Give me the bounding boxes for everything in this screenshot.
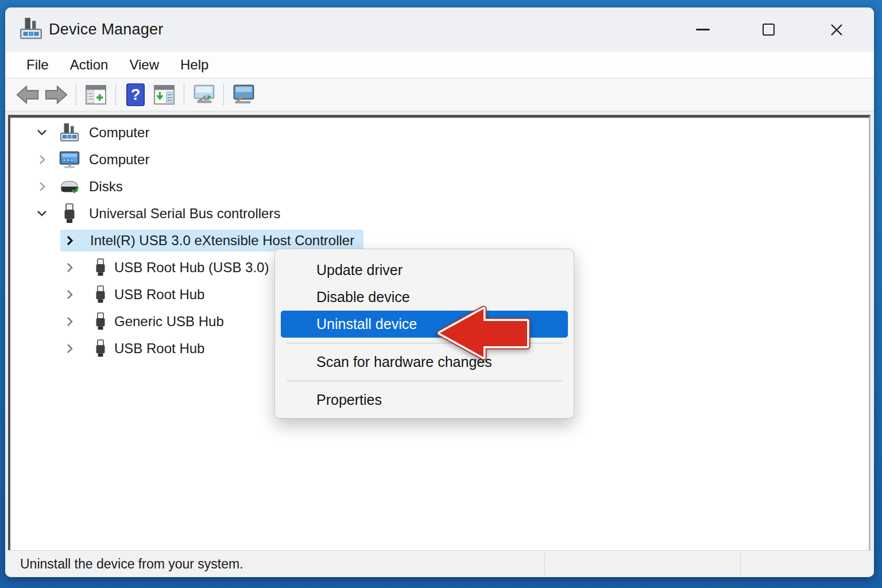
device-manager-app-icon	[19, 16, 43, 41]
menu-view[interactable]: View	[129, 57, 159, 73]
menu-help[interactable]: Help	[180, 57, 208, 73]
update-driver-monitor-icon	[231, 84, 256, 106]
context-menu-item-properties[interactable]: Properties	[281, 386, 568, 413]
scan-hardware-button[interactable]	[191, 82, 216, 108]
chevron-down-icon[interactable]	[34, 206, 49, 221]
menu-action[interactable]: Action	[70, 57, 109, 73]
red-arrow-pointing-left-icon	[431, 297, 534, 365]
update-driver-button[interactable]	[231, 82, 256, 108]
window-title: Device Manager	[49, 7, 163, 52]
chevron-right-icon[interactable]	[62, 233, 77, 248]
device-manager-window: Device Manager File Action View Help	[5, 7, 874, 577]
computer-tower-icon	[58, 122, 81, 144]
export-list-button[interactable]	[152, 82, 177, 108]
status-text: Uninstall the device from your system.	[20, 556, 243, 572]
desktop-backdrop: Device Manager File Action View Help	[0, 0, 882, 588]
context-menu-item-update-driver[interactable]: Update driver	[281, 257, 568, 284]
scan-hardware-monitor-icon	[192, 84, 216, 106]
close-icon	[830, 23, 844, 37]
tree-item-disks[interactable]: Disks	[10, 173, 869, 200]
menu-file[interactable]: File	[26, 57, 49, 73]
usb-plug-icon	[91, 311, 110, 332]
forward-button[interactable]	[44, 82, 69, 108]
toolbar-separator	[76, 84, 76, 106]
export-list-icon	[153, 84, 175, 105]
tree-item-usb-controllers[interactable]: Universal Serial Bus controllers	[10, 200, 869, 227]
toolbar-separator	[223, 84, 224, 106]
chevron-right-icon[interactable]	[62, 314, 77, 329]
chevron-right-icon[interactable]	[62, 260, 77, 275]
chevron-right-icon[interactable]	[34, 152, 49, 167]
close-button[interactable]	[819, 7, 854, 52]
tree-item-label: USB Root Hub	[114, 287, 204, 303]
monitor-icon	[58, 149, 81, 171]
tree-item-label: Computer	[89, 152, 149, 168]
help-icon: ?	[126, 83, 145, 106]
usb-plug-icon	[91, 284, 110, 305]
chevron-down-icon[interactable]	[34, 125, 49, 140]
status-bar-separator	[740, 552, 741, 575]
minimize-button[interactable]	[686, 7, 720, 52]
tree-item-label: Universal Serial Bus controllers	[89, 206, 280, 222]
help-button[interactable]: ?	[123, 82, 148, 108]
tree-item-label: USB Root Hub (USB 3.0)	[114, 260, 269, 276]
tree-item-label: USB Root Hub	[114, 341, 204, 357]
disk-icon	[58, 176, 81, 198]
maximize-icon	[763, 24, 775, 36]
status-bar-separator	[544, 552, 545, 575]
chevron-right-icon[interactable]	[34, 179, 49, 194]
console-tree-icon	[85, 84, 107, 105]
tree-item-label: Computer	[89, 125, 149, 141]
tree-item-label: Intel(R) USB 3.0 eXtensible Host Control…	[90, 233, 354, 249]
minimize-icon	[696, 29, 710, 30]
svg-text:?: ?	[131, 86, 141, 103]
toolbar: ?	[5, 79, 874, 111]
selection-highlight: Intel(R) USB 3.0 eXtensible Host Control…	[60, 230, 363, 252]
context-menu-separator	[287, 381, 562, 381]
chevron-right-icon[interactable]	[62, 287, 77, 302]
tree-item-label: Generic USB Hub	[114, 314, 224, 330]
tree-item-computer[interactable]: Computer	[10, 119, 869, 146]
tree-item-computer-2[interactable]: Computer	[10, 146, 869, 173]
status-bar: Uninstall the device from your system.	[5, 550, 874, 577]
show-console-tree-button[interactable]	[83, 82, 109, 108]
back-button[interactable]	[15, 82, 40, 108]
usb-plug-icon	[58, 202, 81, 225]
menu-bar: File Action View Help	[5, 52, 874, 78]
chevron-right-icon[interactable]	[62, 341, 77, 356]
usb-plug-icon	[91, 257, 110, 278]
toolbar-separator	[184, 84, 184, 106]
maximize-button[interactable]	[751, 7, 786, 52]
forward-icon	[45, 85, 68, 105]
toolbar-separator	[115, 84, 116, 106]
back-icon	[16, 85, 39, 105]
tree-item-label: Disks	[89, 179, 123, 195]
title-bar: Device Manager	[5, 7, 874, 52]
usb-plug-icon	[91, 338, 110, 359]
